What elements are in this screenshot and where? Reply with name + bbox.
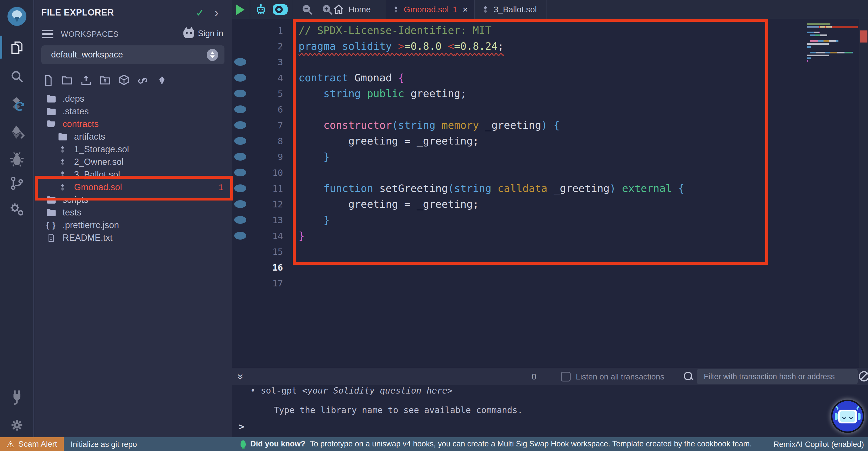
- rail-item-solidity-compiler[interactable]: [0, 96, 34, 114]
- workspaces-row: WORKSPACES Sign in: [34, 28, 232, 41]
- tree-row[interactable]: { } 3_Ballot.sol: [34, 168, 232, 181]
- copilot-toggle[interactable]: [273, 4, 288, 15]
- tab-home-label: Home: [348, 5, 371, 15]
- clear-console-icon[interactable]: [859, 371, 868, 382]
- tree-row[interactable]: { } .prettierrc.json: [34, 219, 232, 231]
- search-icon: [9, 69, 24, 84]
- tree-row[interactable]: { } scripts: [34, 194, 232, 206]
- code-line[interactable]: 14 }: [232, 228, 777, 244]
- line-content: greeting = _greeting;: [299, 135, 479, 147]
- workspaces-menu-icon[interactable]: [42, 30, 53, 40]
- tree-row[interactable]: { } 1_Storage.sol: [34, 143, 232, 156]
- upload-file-button[interactable]: [80, 74, 92, 87]
- rail-item-git[interactable]: [0, 176, 34, 191]
- check-icon[interactable]: ✓: [196, 7, 205, 19]
- tree-row[interactable]: { } 2_Owner.sol: [34, 156, 232, 168]
- file-name: contracts: [63, 119, 99, 129]
- tab-home[interactable]: Home: [328, 0, 385, 19]
- gutter-dot-icon: [234, 58, 246, 66]
- robot-ear: [835, 413, 838, 420]
- tab-ballot[interactable]: 3_Ballot.sol: [475, 0, 547, 19]
- workspace-stepper-icon[interactable]: [207, 49, 218, 61]
- tree-row[interactable]: { } README.txt: [34, 231, 232, 244]
- code-line[interactable]: 12 greeting = _greeting;: [232, 196, 777, 212]
- gutter-dot-icon: [234, 200, 246, 208]
- code-line[interactable]: 6: [232, 102, 777, 117]
- publish-ipfs-button[interactable]: [118, 74, 130, 87]
- line-number[interactable]: 15: [232, 247, 283, 257]
- terminal-line: Type the library name to see available c…: [274, 405, 523, 415]
- minimap[interactable]: [807, 23, 858, 72]
- upload-folder-button[interactable]: [99, 74, 112, 87]
- run-script-button[interactable]: [236, 4, 245, 15]
- line-number[interactable]: 17: [232, 278, 283, 288]
- tab-gmonad[interactable]: Gmonad.sol 1 ×: [386, 0, 475, 19]
- file-name: Gmonad.sol: [74, 182, 122, 193]
- tree-row[interactable]: { } .deps: [34, 92, 232, 105]
- new-folder-button[interactable]: [61, 74, 73, 87]
- line-number[interactable]: 1: [232, 25, 283, 36]
- tree-row[interactable]: { } Gmonad.sol 1: [34, 181, 232, 194]
- code-line[interactable]: 5 string public greeting;: [232, 86, 777, 102]
- code-line[interactable]: 16: [232, 259, 777, 275]
- workspace-select[interactable]: default_workspace: [41, 46, 224, 64]
- rail-item-search[interactable]: [0, 69, 34, 84]
- chevron-right-icon[interactable]: ›: [215, 6, 218, 19]
- code-line[interactable]: 15: [232, 244, 777, 259]
- file-icon: [45, 233, 57, 242]
- robot-face-icon: [838, 410, 857, 423]
- tree-row[interactable]: { } contracts: [34, 118, 232, 131]
- code-line[interactable]: 10: [232, 165, 777, 180]
- file-explorer-toolbar: [42, 74, 168, 87]
- copilot-status: RemixAI Copilot (enabled): [774, 440, 864, 449]
- editor-scrollbar[interactable]: [859, 19, 868, 368]
- file-name: .states: [63, 106, 89, 117]
- rail-item-plugin-manager[interactable]: [0, 201, 34, 217]
- code-line[interactable]: 7 constructor(string memory _greeting) {: [232, 117, 777, 133]
- ethereum-deploy-icon: [9, 124, 25, 140]
- remix-ai-assistant-button[interactable]: [832, 401, 863, 431]
- code-line[interactable]: 9 }: [232, 149, 777, 165]
- minimap-line: [807, 43, 858, 46]
- listen-checkbox[interactable]: [561, 372, 570, 382]
- remix-logo[interactable]: [0, 7, 34, 26]
- publish-gist-button[interactable]: [136, 74, 149, 87]
- ai-robot-icon[interactable]: [254, 3, 268, 16]
- code-line[interactable]: 13 }: [232, 212, 777, 228]
- transaction-filter-input[interactable]: [697, 369, 858, 384]
- tab-close-icon[interactable]: ×: [462, 4, 468, 15]
- new-file-button[interactable]: [42, 74, 55, 87]
- line-number[interactable]: 16: [232, 262, 283, 273]
- code-line[interactable]: 11 function setGreeting(string calldata …: [232, 180, 777, 196]
- code-line[interactable]: 17: [232, 275, 777, 291]
- terminal-search-icon[interactable]: [683, 371, 694, 382]
- rail-item-file-explorer[interactable]: [0, 40, 34, 55]
- terminal-prompt[interactable]: >: [239, 421, 244, 432]
- gutter-dot-icon: [234, 169, 246, 176]
- terminal-collapse-icon[interactable]: »: [235, 374, 247, 380]
- tree-row[interactable]: { } tests: [34, 206, 232, 219]
- scam-alert-button[interactable]: ⚠ Scam Alert: [0, 437, 64, 451]
- terminal[interactable]: • sol-gpt <your Solidity question here> …: [232, 385, 868, 437]
- git-init-button[interactable]: Initialize as git repo: [71, 440, 137, 449]
- sign-in-button[interactable]: Sign in: [183, 29, 223, 38]
- tree-row[interactable]: { } .states: [34, 105, 232, 118]
- code-line[interactable]: 8 greeting = _greeting;: [232, 133, 777, 149]
- line-content: }: [299, 151, 330, 163]
- code-line[interactable]: 2 pragma solidity >=0.8.0 <=0.8.24;: [232, 38, 777, 54]
- code-editor[interactable]: 1 // SPDX-License-Identifier: MIT 2 prag…: [232, 19, 868, 368]
- rail-item-settings[interactable]: [0, 417, 34, 433]
- tree-row[interactable]: { } artifacts: [34, 131, 232, 143]
- code-line[interactable]: 1 // SPDX-License-Identifier: MIT: [232, 22, 777, 38]
- zoom-out-icon[interactable]: [301, 3, 313, 16]
- rail-item-deploy-and-run[interactable]: [0, 124, 34, 140]
- code-line[interactable]: 4 contract Gmonad {: [232, 70, 777, 86]
- minimap-line: [807, 37, 858, 40]
- flattener-button[interactable]: [156, 74, 168, 87]
- rail-item-debugger[interactable]: [0, 151, 34, 167]
- code-line[interactable]: 3: [232, 54, 777, 70]
- panel-title: FILE EXPLORER: [41, 7, 114, 18]
- warning-icon: ⚠: [7, 439, 14, 449]
- rail-item-plugins[interactable]: [0, 388, 34, 405]
- line-number[interactable]: 2: [232, 41, 283, 51]
